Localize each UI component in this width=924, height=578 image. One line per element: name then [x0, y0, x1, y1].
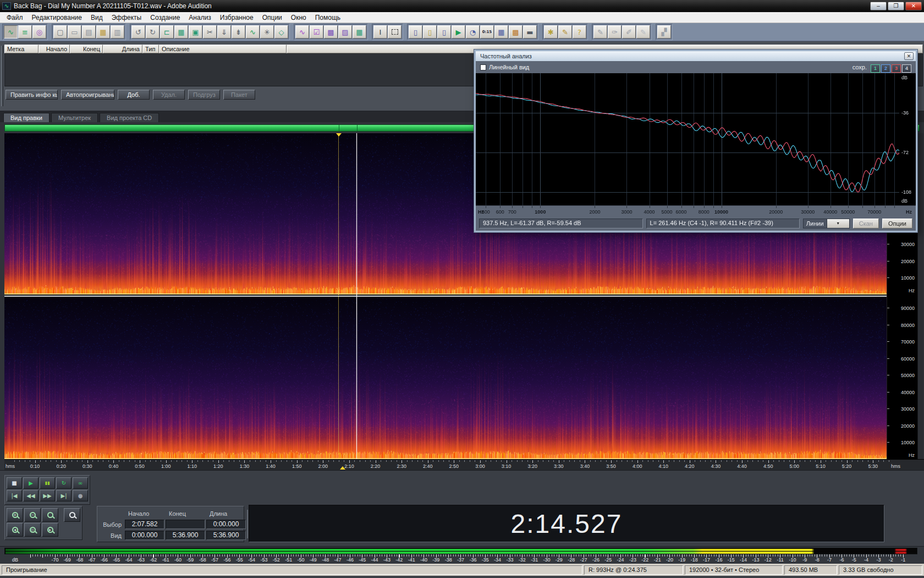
- toolbar-batch-button[interactable]: ✱: [544, 25, 558, 39]
- toolbar-properties-window-button[interactable]: ▯: [437, 25, 451, 39]
- transport-pause-button[interactable]: ▮▮: [40, 477, 55, 489]
- zoom-to-selection-button[interactable]: ▫: [24, 523, 41, 537]
- toolbar-mix-paste-button[interactable]: ⇟: [232, 25, 245, 39]
- toolbar-organizer-window-button[interactable]: ▯: [409, 25, 422, 39]
- marker-button-1[interactable]: Автопроигрывание: [61, 90, 114, 100]
- display-mode-select[interactable]: Линии ▼: [803, 219, 850, 228]
- toolbar-add-cue-button[interactable]: ◇: [274, 25, 288, 39]
- panel-grip[interactable]: [1, 46, 3, 106]
- toolbar-save-all-button[interactable]: ▥: [111, 25, 124, 39]
- transport-rewind-button[interactable]: ◀◀: [23, 490, 38, 501]
- toolbar-pen-tool-4-button[interactable]: ✎: [636, 25, 650, 39]
- toolbar-cd-view-button[interactable]: ◎: [32, 25, 46, 39]
- zoom-out-button[interactable]: −: [24, 508, 41, 522]
- selection-marker-handle-icon[interactable]: [340, 466, 345, 470]
- tab-мультитрек[interactable]: Мультитрек: [51, 113, 98, 122]
- zoom-restore-button[interactable]: [42, 508, 58, 522]
- selection-value-0-1[interactable]: [166, 520, 205, 529]
- toolbar-pen-tool-1-button[interactable]: ✎: [593, 25, 607, 39]
- toolbar-time-window-button[interactable]: 0:15: [480, 25, 494, 39]
- toolbar-enable-effects-button[interactable]: ☑: [310, 25, 323, 39]
- toolbar-pen-tool-2-button[interactable]: ✑: [608, 25, 622, 39]
- title-bar[interactable]: ∿ Back Bag - Dial My Number A 20211105-T…: [0, 0, 924, 12]
- playhead-line[interactable]: [356, 133, 357, 459]
- menu-item-5[interactable]: Анализ: [184, 13, 216, 23]
- level-meter[interactable]: [4, 548, 917, 554]
- menu-item-7[interactable]: Опции: [258, 13, 287, 23]
- zoom-to-right-edge-button[interactable]: ▸: [42, 523, 58, 537]
- menu-item-0[interactable]: Файл: [2, 13, 28, 23]
- hold-button-3[interactable]: 3: [892, 64, 901, 73]
- toolbar-pen-tool-3-button[interactable]: ✐: [622, 25, 636, 39]
- transport-go-to-start-button[interactable]: |◀: [7, 490, 22, 501]
- transport-go-to-end-button[interactable]: ▶|: [56, 490, 72, 501]
- options-button[interactable]: Опции: [882, 219, 912, 228]
- transport-play-button[interactable]: ▶: [23, 477, 38, 489]
- selection-marker-handle-icon[interactable]: [336, 133, 342, 137]
- menu-item-9[interactable]: Помощь: [311, 13, 345, 23]
- toolbar-edit-view-button[interactable]: ∿: [4, 25, 18, 39]
- toolbar-save-as-file-button[interactable]: ▦: [96, 25, 110, 39]
- hold-button-2[interactable]: 2: [881, 64, 890, 73]
- current-time-display[interactable]: 2:14.527: [511, 509, 623, 539]
- linear-view-checkbox[interactable]: [480, 64, 486, 70]
- selection-value-0-0[interactable]: 2:07.582: [125, 520, 164, 529]
- selection-value-1-2[interactable]: 5:36.900: [206, 531, 246, 540]
- transport-fast-forward-button[interactable]: ▶▶: [40, 490, 55, 501]
- tab-вид-проекта-cd[interactable]: Вид проекта CD: [100, 113, 159, 122]
- frequency-analysis-close-icon[interactable]: ✕: [904, 52, 914, 60]
- toolbar-redo-button[interactable]: ↻: [146, 25, 160, 39]
- time-display-panel[interactable]: 2:14.527: [249, 505, 884, 542]
- transport-loop-button[interactable]: ∞: [73, 477, 88, 489]
- toolbar-time-selection-tool-button[interactable]: I: [373, 25, 387, 39]
- selection-value-0-2[interactable]: 0:00.000: [206, 520, 246, 529]
- frequency-analysis-title-bar[interactable]: Частотный анализ ✕: [476, 51, 916, 61]
- selection-value-1-0[interactable]: 0:00.000: [125, 531, 164, 540]
- marker-button-0[interactable]: Править инфо кью: [6, 90, 58, 100]
- zoom-window-button[interactable]: [64, 508, 80, 522]
- toolbar-copy-button[interactable]: ▣: [189, 25, 202, 39]
- toolbar-trim-button[interactable]: ⊏: [160, 25, 174, 39]
- frequency-graph-canvas[interactable]: [476, 73, 899, 205]
- toolbar-cut-button[interactable]: ✂: [203, 25, 217, 39]
- transport-stop-button[interactable]: ■: [7, 477, 22, 489]
- toolbar-zoom-window-button[interactable]: ◔: [466, 25, 480, 39]
- toolbar-session-properties-window-button[interactable]: ▦: [494, 25, 508, 39]
- menu-item-8[interactable]: Окно: [287, 13, 311, 23]
- toolbar-new-file-button[interactable]: ▢: [53, 25, 67, 39]
- toolbar-effects-group-3-button[interactable]: ▦: [353, 25, 366, 39]
- selection-value-1-1[interactable]: 5:36.900: [166, 531, 205, 540]
- menu-item-3[interactable]: Эффекты: [107, 13, 146, 23]
- tab-вид-правки[interactable]: Вид правки: [3, 113, 50, 122]
- toolbar-find-window-button[interactable]: ▯: [423, 25, 437, 39]
- hold-button-4[interactable]: 4: [902, 64, 911, 73]
- transport-record-button[interactable]: ●: [73, 490, 88, 501]
- toolbar-undo-button[interactable]: ↺: [131, 25, 145, 39]
- zoom-to-left-edge-button[interactable]: ◂: [7, 523, 23, 537]
- close-button[interactable]: ✕: [905, 2, 922, 10]
- chevron-down-icon[interactable]: ▼: [827, 219, 849, 228]
- minimize-button[interactable]: –: [870, 2, 887, 10]
- toolbar-paste-button[interactable]: ⇓: [217, 25, 231, 39]
- toolbar-effects-group-2-button[interactable]: ▨: [338, 25, 352, 39]
- toolbar-scripts-button[interactable]: ✎: [558, 25, 572, 39]
- maximize-button[interactable]: ❐: [888, 2, 904, 10]
- menu-item-2[interactable]: Вид: [86, 13, 107, 23]
- toolbar-insert-silence-button[interactable]: ✳: [260, 25, 274, 39]
- toolbar-effects-group-1-button[interactable]: ▩: [324, 25, 338, 39]
- menu-item-6[interactable]: Избранное: [216, 13, 258, 23]
- time-ruler[interactable]: 0:100:200:300:400:501:001:101:201:301:40…: [4, 459, 924, 470]
- toolbar-marquee-selection-tool-button[interactable]: [388, 25, 402, 39]
- menu-item-1[interactable]: Редактирование: [28, 13, 86, 23]
- zoom-in-button[interactable]: +: [7, 508, 23, 522]
- toolbar-levels-window-button[interactable]: ▩: [509, 25, 522, 39]
- toolbar-open-file-button[interactable]: ▭: [68, 25, 81, 39]
- menu-item-4[interactable]: Создание: [146, 13, 184, 23]
- toolbar-multitrack-view-button[interactable]: ≡: [18, 25, 32, 39]
- toolbar-convert-sample-type-button[interactable]: ∿: [246, 25, 260, 39]
- toolbar-help-button[interactable]: ?: [573, 25, 586, 39]
- marker-button-2[interactable]: Доб.: [118, 90, 150, 100]
- toolbar-save-file-button[interactable]: ▤: [82, 25, 96, 39]
- hold-button-1[interactable]: 1: [871, 64, 880, 73]
- toolbar-snapping-button[interactable]: ▞: [657, 25, 671, 39]
